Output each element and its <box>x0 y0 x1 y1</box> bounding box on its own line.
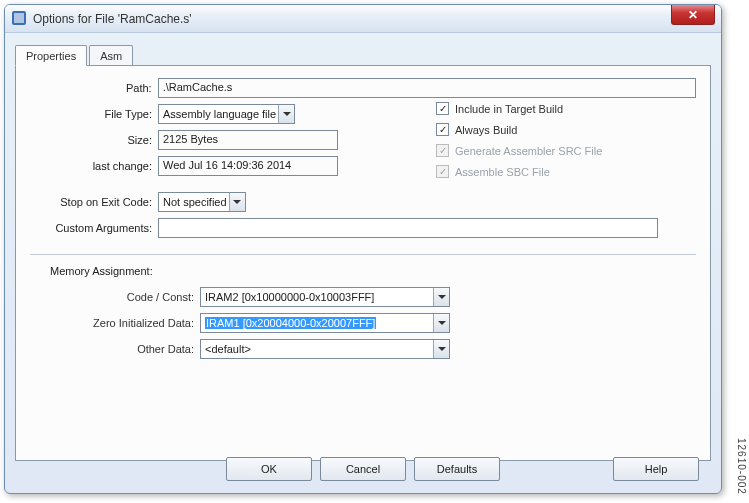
filetype-label: File Type: <box>30 108 158 120</box>
checkbox-icon <box>436 102 449 115</box>
generate-src-label: Generate Assembler SRC File <box>455 145 602 157</box>
path-field[interactable]: .\RamCache.s <box>158 78 696 98</box>
zid-value: IRAM1 [0x20004000-0x20007FFF] <box>205 317 376 329</box>
reference-number: 12610-002 <box>736 438 747 495</box>
stopexit-dropdown[interactable]: Not specified <box>158 192 246 212</box>
tab-panel-properties: Path: .\RamCache.s File Type: Assembly l… <box>15 65 711 461</box>
zid-dropdown[interactable]: IRAM1 [0x20004000-0x20007FFF] <box>200 313 450 333</box>
cancel-button[interactable]: Cancel <box>320 457 406 481</box>
window-title: Options for File 'RamCache.s' <box>33 12 721 26</box>
defaults-button[interactable]: Defaults <box>414 457 500 481</box>
stopexit-label: Stop on Exit Code: <box>30 196 158 208</box>
generate-src-checkbox: Generate Assembler SRC File <box>436 144 676 157</box>
tab-strip: Properties Asm <box>15 41 711 65</box>
dialog-window: Options for File 'RamCache.s' ✕ Properti… <box>4 4 722 494</box>
other-data-dropdown[interactable]: <default> <box>200 339 450 359</box>
lastchange-label: last change: <box>30 160 158 172</box>
other-data-label: Other Data: <box>30 343 200 355</box>
customargs-field[interactable] <box>158 218 658 238</box>
zid-label: Zero Initialized Data: <box>30 317 200 329</box>
chevron-down-icon <box>278 105 294 123</box>
assemble-sbc-checkbox: Assemble SBC File <box>436 165 676 178</box>
code-const-dropdown[interactable]: IRAM2 [0x10000000-0x10003FFF] <box>200 287 450 307</box>
titlebar[interactable]: Options for File 'RamCache.s' ✕ <box>5 5 721 33</box>
dialog-body: Properties Asm Path: .\RamCache.s File T… <box>5 33 721 493</box>
always-build-label: Always Build <box>455 124 517 136</box>
code-const-value: IRAM2 [0x10000000-0x10003FFF] <box>205 291 374 303</box>
tab-properties[interactable]: Properties <box>15 45 87 66</box>
path-label: Path: <box>30 82 158 94</box>
separator <box>30 254 696 255</box>
app-icon <box>11 10 33 28</box>
lastchange-field: Wed Jul 16 14:09:36 2014 <box>158 156 338 176</box>
chevron-down-icon <box>433 314 449 332</box>
close-button[interactable]: ✕ <box>671 5 715 25</box>
ok-button[interactable]: OK <box>226 457 312 481</box>
memory-title: Memory Assignment: <box>50 265 696 277</box>
chevron-down-icon <box>229 193 245 211</box>
dialog-footer: OK Cancel Defaults Help <box>5 457 721 481</box>
other-data-value: <default> <box>205 343 251 355</box>
code-const-label: Code / Const: <box>30 291 200 303</box>
chevron-down-icon <box>433 340 449 358</box>
svg-rect-1 <box>14 13 24 23</box>
chevron-down-icon <box>433 288 449 306</box>
customargs-label: Custom Arguments: <box>30 222 158 234</box>
checkbox-icon <box>436 165 449 178</box>
options-group: Include in Target Build Always Build Gen… <box>436 102 676 186</box>
help-button[interactable]: Help <box>613 457 699 481</box>
filetype-dropdown[interactable]: Assembly language file <box>158 104 295 124</box>
size-label: Size: <box>30 134 158 146</box>
tab-asm[interactable]: Asm <box>89 45 133 65</box>
checkbox-icon <box>436 123 449 136</box>
include-build-label: Include in Target Build <box>455 103 563 115</box>
always-build-checkbox[interactable]: Always Build <box>436 123 676 136</box>
checkbox-icon <box>436 144 449 157</box>
stopexit-value: Not specified <box>163 196 227 208</box>
include-build-checkbox[interactable]: Include in Target Build <box>436 102 676 115</box>
close-icon: ✕ <box>688 8 698 22</box>
assemble-sbc-label: Assemble SBC File <box>455 166 550 178</box>
size-field: 2125 Bytes <box>158 130 338 150</box>
filetype-value: Assembly language file <box>163 108 276 120</box>
